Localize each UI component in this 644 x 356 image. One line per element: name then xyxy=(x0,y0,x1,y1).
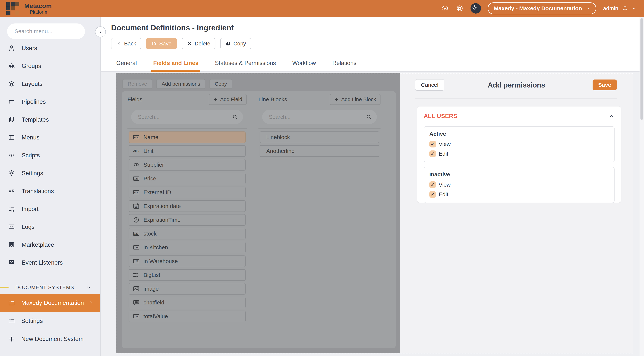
floppy-icon xyxy=(151,41,156,46)
tab[interactable]: Workflow xyxy=(292,54,316,72)
code-icon xyxy=(8,152,15,159)
field-item[interactable]: Supplier xyxy=(128,159,246,171)
sidebar-item[interactable]: Users xyxy=(0,39,100,57)
field-item-label: in Warehouse xyxy=(144,258,178,264)
field-item[interactable]: chatfield xyxy=(128,297,246,308)
fields-search-input[interactable] xyxy=(138,114,232,120)
permission-option[interactable]: Edit xyxy=(429,190,609,198)
tab[interactable]: Fields and Lines xyxy=(153,54,198,72)
image-icon xyxy=(132,285,140,293)
field-item[interactable]: 123 in Kitchen xyxy=(128,242,246,253)
group-header[interactable]: ALL USERS xyxy=(424,113,614,119)
permission-label: View xyxy=(439,141,450,147)
field-item[interactable]: 123 totalValue xyxy=(128,311,246,322)
permission-option[interactable]: View xyxy=(429,140,609,148)
search-icon[interactable] xyxy=(232,114,238,120)
checkbox[interactable] xyxy=(429,191,436,198)
document-system-label: Maxedy Documentation xyxy=(21,299,84,306)
field-item[interactable]: 123 stock xyxy=(128,228,246,239)
field-item[interactable]: Ab… Unit xyxy=(128,145,246,157)
permission-option[interactable]: View xyxy=(429,181,609,189)
back-button[interactable]: Back xyxy=(111,38,141,49)
svg-text:123: 123 xyxy=(134,260,138,263)
link-icon xyxy=(132,161,140,169)
document-system-item[interactable]: Maxedy Documentation xyxy=(0,294,100,312)
sidebar-item-label: Scripts xyxy=(22,152,40,159)
search-icon[interactable] xyxy=(366,114,372,120)
document-system-item[interactable]: New Document System xyxy=(0,330,100,348)
tab[interactable]: Statuses & Permissions xyxy=(215,54,276,72)
toolbar-button[interactable]: Copy xyxy=(210,79,232,89)
checkbox[interactable] xyxy=(429,150,436,157)
sidebar-item-label: Import xyxy=(22,206,38,212)
field-item[interactable]: 123 in Warehouse xyxy=(128,256,246,267)
save-button[interactable]: Save xyxy=(146,38,177,49)
svg-text:Abc: Abc xyxy=(134,191,138,194)
add-field-button[interactable]: Add Field xyxy=(209,94,247,105)
sidebar-item[interactable]: Event Listeners xyxy=(0,254,100,272)
document-system-label: New Document System xyxy=(21,336,84,343)
field-item-label: image xyxy=(144,286,159,292)
toolbar-button[interactable]: Add permissions xyxy=(156,79,205,89)
cloud-upload-icon[interactable] xyxy=(441,4,449,12)
line-blocks-search-input[interactable] xyxy=(268,114,366,120)
sidebar-item[interactable]: Translations xyxy=(0,182,100,200)
sidebar-item[interactable]: Scripts xyxy=(0,146,100,164)
field-toolbar: Remove Add permissions Copy xyxy=(122,79,232,89)
clock-icon xyxy=(132,216,140,224)
permission-option[interactable]: Edit xyxy=(429,150,609,158)
sidebar-item[interactable]: Layouts xyxy=(0,75,100,93)
sidebar-item[interactable]: Logs xyxy=(0,218,100,236)
chevron-down-icon[interactable] xyxy=(86,285,92,291)
save-permissions-button[interactable]: Save xyxy=(592,79,617,90)
field-item[interactable]: BigList xyxy=(128,269,246,281)
field-item-label: stock xyxy=(144,231,156,237)
line-block-item[interactable]: Lineblock xyxy=(260,131,380,143)
checkbox[interactable] xyxy=(429,141,436,147)
tab[interactable]: Relations xyxy=(332,54,356,72)
username: admin xyxy=(603,5,618,11)
tab[interactable]: General xyxy=(116,54,137,72)
scrollbar-thumb[interactable] xyxy=(640,18,643,120)
document-system-item[interactable]: Settings xyxy=(0,312,100,330)
permission-label: View xyxy=(439,182,450,188)
sidebar-item[interactable]: Groups xyxy=(0,57,100,75)
sidebar-item-label: Event Listeners xyxy=(22,259,63,266)
line-block-item[interactable]: Anotherline xyxy=(260,145,380,157)
sidebar-item[interactable]: Marketplace xyxy=(0,236,100,254)
delete-button[interactable]: Delete xyxy=(182,38,216,49)
field-item[interactable]: Abc External ID xyxy=(128,187,246,198)
workspace-selector[interactable]: Maxedy - Maxedy Documentation xyxy=(488,2,596,14)
num-box-icon: 123 xyxy=(132,230,140,238)
section-dash xyxy=(0,287,8,288)
sidebar-item[interactable]: Menus xyxy=(0,128,100,146)
ab-dots-icon: Ab… xyxy=(132,147,140,155)
status-section-inactive: Inactive View Edit xyxy=(424,167,614,203)
copy-icon xyxy=(226,41,231,46)
chevron-right-icon xyxy=(88,300,94,306)
sidebar-item[interactable]: Settings xyxy=(0,164,100,182)
sidebar-search-input[interactable] xyxy=(14,28,87,35)
sidebar-item[interactable]: Pipelines xyxy=(0,93,100,111)
line-blocks-column: Line Blocks Add Line Block xyxy=(258,93,380,159)
sidebar-collapse-button[interactable] xyxy=(95,26,106,37)
settings-gear-button[interactable] xyxy=(470,3,481,13)
checkbox[interactable] xyxy=(429,181,436,188)
field-item[interactable]: 123 Price xyxy=(128,173,246,184)
user-menu[interactable]: admin xyxy=(603,5,636,12)
field-item[interactable]: ExpirationTime xyxy=(128,214,246,226)
field-item[interactable]: image xyxy=(128,283,246,295)
toolbar-button[interactable]: Remove xyxy=(122,79,152,89)
add-line-block-button[interactable]: Add Line Block xyxy=(330,94,380,105)
field-item[interactable]: 21 Expiration date xyxy=(128,200,246,212)
checklist-icon xyxy=(132,271,140,279)
dimmed-editor-overlay: Remove Add permissions Copy xyxy=(116,73,400,353)
field-item[interactable]: Abc Name xyxy=(128,131,246,143)
sidebar-item[interactable]: Templates xyxy=(0,111,100,128)
sidebar-item-label: Users xyxy=(22,45,37,51)
sidebar-item[interactable]: Import xyxy=(0,200,100,218)
copy-button[interactable]: Copy xyxy=(220,38,251,49)
sidebar-item-label: Marketplace xyxy=(22,241,54,248)
plus-icon xyxy=(334,97,339,102)
help-lifebuoy-icon[interactable] xyxy=(456,4,464,12)
